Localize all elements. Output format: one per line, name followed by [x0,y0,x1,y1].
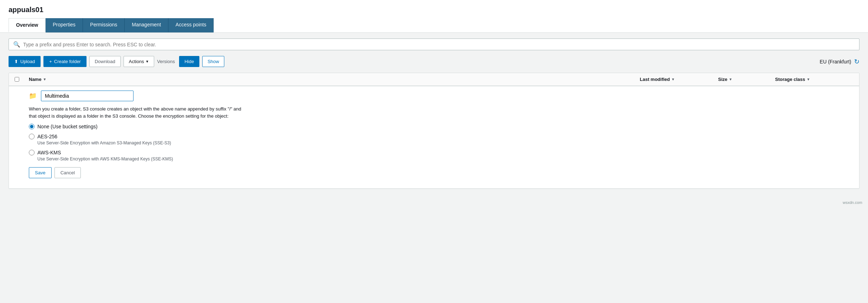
encryption-aes256-label[interactable]: AES-256 [29,134,640,139]
th-name[interactable]: Name ▼ [29,77,640,82]
encryption-aes256-radio[interactable] [29,134,35,139]
footer-domain: wsxdn.com [843,200,862,205]
name-sort-icon: ▼ [43,77,46,81]
search-bar: 🔍 [9,38,859,50]
folder-icon: 📁 [29,92,37,100]
objects-table: Name ▼ Last modified ▼ Size ▼ Storage cl… [9,73,859,189]
region-info: EU (Frankfurt) ↻ [820,58,859,66]
tab-management[interactable]: Management [125,18,168,32]
encryption-none-label[interactable]: None (Use bucket settings) [29,124,640,129]
encryption-kms-label[interactable]: AWS-KMS [29,150,640,155]
tab-properties[interactable]: Properties [46,18,83,32]
hide-button[interactable]: Hide [179,56,199,67]
folder-name-input[interactable] [41,91,134,101]
tab-permissions[interactable]: Permissions [83,18,125,32]
encryption-option-kms: AWS-KMS Use Server-Side Encryption with … [29,150,640,161]
actions-label: Actions [129,59,144,64]
select-all-checkbox[interactable] [15,77,19,82]
show-button[interactable]: Show [202,56,225,67]
th-storage-class[interactable]: Storage class ▼ [775,77,853,82]
encryption-kms-text: AWS-KMS [37,150,61,155]
folder-cell: 📁 When you create a folder, S3 console c… [29,91,640,184]
region-label: EU (Frankfurt) [820,59,851,65]
encryption-aes256-text: AES-256 [37,134,57,139]
create-folder-button[interactable]: + Create folder [43,56,87,67]
encryption-options: None (Use bucket settings) AES-256 Use S… [29,124,640,161]
versions-label: Versions [157,59,175,64]
table-header: Name ▼ Last modified ▼ Size ▼ Storage cl… [9,73,859,86]
toolbar: ⬆ Upload + Create folder Download Action… [9,56,859,67]
upload-label: Upload [20,59,35,64]
search-input[interactable] [23,42,855,47]
search-icon: 🔍 [13,41,20,48]
folder-description: When you create a folder, S3 console cre… [29,106,250,119]
download-button[interactable]: Download [89,56,121,67]
create-folder-label: Create folder [54,59,81,64]
form-actions: Save Cancel [29,167,640,178]
encryption-none-text: None (Use bucket settings) [37,124,98,129]
tab-access-points[interactable]: Access points [168,18,214,32]
upload-icon: ⬆ [14,59,18,64]
th-name-label: Name [29,77,41,82]
tab-overview[interactable]: Overview [9,18,46,32]
th-last-modified[interactable]: Last modified ▼ [640,77,718,82]
th-last-modified-label: Last modified [640,77,670,82]
save-button[interactable]: Save [29,167,52,178]
th-checkbox [15,77,29,82]
encryption-option-none: None (Use bucket settings) [29,124,640,129]
upload-button[interactable]: ⬆ Upload [9,56,41,67]
cancel-button[interactable]: Cancel [54,167,81,178]
encryption-kms-hint: Use Server-Side Encryption with AWS KMS-… [37,156,640,161]
chevron-down-icon: ▼ [145,60,149,63]
th-size[interactable]: Size ▼ [718,77,775,82]
refresh-icon[interactable]: ↻ [854,58,859,66]
plus-icon: + [49,59,52,64]
tab-bar: Overview Properties Permissions Manageme… [9,18,859,32]
table-row: 📁 When you create a folder, S3 console c… [9,86,859,189]
encryption-kms-radio[interactable] [29,150,35,155]
storage-class-sort-icon: ▼ [807,77,810,81]
actions-button[interactable]: Actions ▼ [124,56,155,67]
th-size-label: Size [718,77,727,82]
folder-form: When you create a folder, S3 console cre… [29,106,640,184]
encryption-none-radio[interactable] [29,124,35,129]
encryption-option-aes256: AES-256 Use Server-Side Encryption with … [29,134,640,145]
last-modified-sort-icon: ▼ [671,77,675,81]
bucket-title: appuals01 [9,6,859,18]
encryption-aes256-hint: Use Server-Side Encryption with Amazon S… [37,140,640,145]
page-footer: wsxdn.com [0,197,868,207]
th-storage-class-label: Storage class [775,77,805,82]
size-sort-icon: ▼ [729,77,732,81]
